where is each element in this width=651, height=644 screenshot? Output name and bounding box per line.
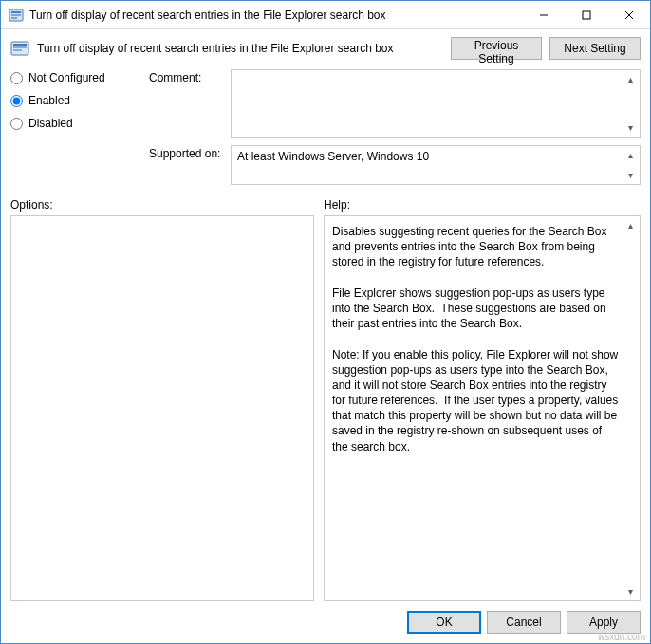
- apply-button[interactable]: Apply: [567, 611, 641, 634]
- svg-rect-3: [11, 17, 17, 19]
- options-label: Options:: [10, 198, 324, 212]
- supported-on-label: Supported on:: [149, 145, 225, 185]
- radio-not-configured[interactable]: Not Configured: [10, 71, 143, 84]
- comment-scrollbar[interactable]: ▴ ▾: [623, 71, 639, 136]
- svg-rect-10: [13, 46, 27, 48]
- help-panel: Disables suggesting recent queries for t…: [324, 215, 641, 601]
- help-label: Help:: [324, 198, 350, 212]
- radio-not-configured-label: Not Configured: [28, 71, 105, 84]
- radio-disabled-label: Disabled: [28, 117, 73, 130]
- radio-disabled-input[interactable]: [10, 118, 23, 130]
- content-area: Turn off display of recent search entrie…: [1, 29, 650, 643]
- svg-rect-2: [11, 14, 21, 16]
- scroll-up-icon[interactable]: ▴: [623, 217, 639, 233]
- cancel-button[interactable]: Cancel: [487, 611, 561, 634]
- svg-rect-11: [13, 49, 22, 51]
- next-setting-button[interactable]: Next Setting: [549, 37, 641, 60]
- radio-enabled[interactable]: Enabled: [10, 94, 143, 107]
- scroll-down-icon[interactable]: ▾: [623, 120, 639, 136]
- maximize-button[interactable]: [565, 1, 607, 28]
- window-controls: [522, 1, 650, 28]
- footer-buttons: OK Cancel Apply: [10, 611, 641, 634]
- scroll-up-icon[interactable]: ▴: [623, 147, 639, 163]
- supported-on-textbox: At least Windows Server, Windows 10 ▴ ▾: [231, 145, 641, 185]
- svg-rect-9: [13, 44, 27, 46]
- supported-on-value: At least Windows Server, Windows 10: [232, 146, 640, 167]
- comment-textbox[interactable]: ▴ ▾: [231, 69, 641, 138]
- help-content: Disables suggesting recent queries for t…: [325, 216, 640, 462]
- mid-labels: Options: Help:: [10, 198, 641, 212]
- radio-disabled[interactable]: Disabled: [10, 117, 143, 130]
- svg-rect-5: [583, 11, 590, 19]
- window-title: Turn off display of recent search entrie…: [29, 9, 522, 22]
- minimize-button[interactable]: [522, 1, 565, 28]
- help-scrollbar[interactable]: ▴ ▾: [623, 217, 639, 599]
- radio-not-configured-input[interactable]: [10, 72, 23, 84]
- comment-value: [232, 70, 640, 78]
- big-row: Disables suggesting recent queries for t…: [10, 215, 641, 601]
- radio-enabled-input[interactable]: [10, 95, 23, 107]
- state-radio-group: Not Configured Enabled Disabled: [10, 69, 143, 185]
- config-grid: Not Configured Enabled Disabled Comment:…: [10, 69, 641, 185]
- policy-icon: [10, 39, 29, 58]
- options-panel: [10, 215, 314, 601]
- scroll-up-icon[interactable]: ▴: [623, 71, 639, 87]
- policy-editor-window: Turn off display of recent search entrie…: [0, 0, 651, 644]
- radio-enabled-label: Enabled: [28, 94, 70, 107]
- svg-rect-1: [11, 11, 21, 13]
- close-button[interactable]: [607, 1, 650, 28]
- policy-title: Turn off display of recent search entrie…: [37, 42, 443, 55]
- scroll-down-icon[interactable]: ▾: [623, 167, 639, 183]
- titlebar: Turn off display of recent search entrie…: [1, 1, 650, 29]
- header-row: Turn off display of recent search entrie…: [10, 37, 641, 60]
- scroll-down-icon[interactable]: ▾: [623, 583, 639, 599]
- previous-setting-button[interactable]: Previous Setting: [451, 37, 542, 60]
- supported-scrollbar[interactable]: ▴ ▾: [623, 147, 639, 183]
- comment-label: Comment:: [149, 69, 225, 138]
- app-icon: [9, 8, 24, 23]
- ok-button[interactable]: OK: [407, 611, 481, 634]
